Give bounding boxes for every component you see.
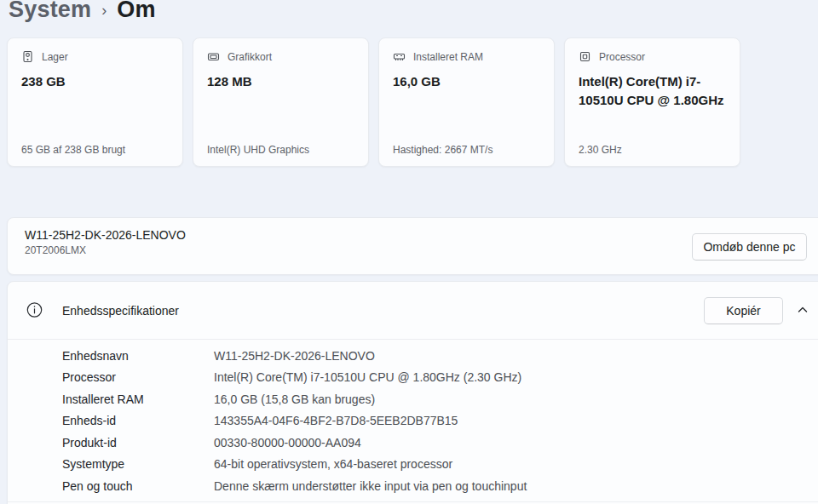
spec-value: Denne skærm understøtter ikke input via …	[214, 479, 527, 493]
spec-value: W11-25H2-DK-2026-LENOVO	[214, 349, 375, 363]
spec-label: Enheds-id	[62, 414, 214, 427]
spec-row-pen-touch: Pen og touch Denne skærm understøtter ik…	[62, 475, 810, 497]
spec-row-installed-ram: Installeret RAM 16,0 GB (15,8 GB kan bru…	[62, 388, 810, 410]
spec-label: Enhedsnavn	[62, 349, 214, 363]
cpu-icon	[579, 50, 591, 63]
storage-card-value: 238 GB	[21, 72, 169, 91]
spec-value: Intel(R) Core(TM) i7-10510U CPU @ 1.80GH…	[214, 370, 521, 384]
cpu-card: Processor Intel(R) Core(TM) i7-10510U CP…	[564, 37, 740, 167]
storage-icon	[21, 50, 34, 63]
divider	[8, 501, 818, 502]
spec-list: Enhedsnavn W11-25H2-DK-2026-LENOVO Proce…	[62, 345, 810, 497]
storage-card: Lager 238 GB 65 GB af 238 GB brugt	[7, 37, 183, 167]
spec-label: Systemtype	[62, 457, 214, 471]
spec-row-product-id: Produkt-id 00330-80000-00000-AA094	[62, 432, 810, 454]
summary-cards: Lager 238 GB 65 GB af 238 GB brugt Grafi…	[7, 37, 740, 167]
spec-label: Processor	[62, 370, 214, 384]
cpu-card-footer: 2.30 GHz	[579, 144, 726, 156]
ram-card-label: Installeret RAM	[413, 51, 483, 63]
cpu-card-value: Intel(R) Core(TM) i7-10510U CPU @ 1.80GH…	[579, 72, 726, 110]
copy-button[interactable]: Kopiér	[704, 297, 783, 324]
ram-icon	[393, 50, 406, 63]
device-name-row: W11-25H2-DK-2026-LENOVO 20T2006LMX Omdøb…	[7, 217, 818, 275]
spec-value: 16,0 GB (15,8 GB kan bruges)	[214, 392, 375, 406]
chevron-up-icon[interactable]	[797, 304, 809, 316]
spec-row-device-id: Enheds-id 143355A4-04F6-4BF2-B7D8-5EEB2D…	[62, 410, 810, 432]
spec-label: Installeret RAM	[62, 392, 214, 406]
gpu-card: Grafikkort 128 MB Intel(R) UHD Graphics	[193, 37, 369, 167]
spec-label: Pen og touch	[62, 479, 214, 493]
device-specs-panel: Enhedsspecifikationer Kopiér Enhedsnavn …	[7, 281, 818, 504]
spec-row-system-type: Systemtype 64-bit operativsystem, x64-ba…	[62, 454, 810, 476]
gpu-card-label: Grafikkort	[228, 51, 272, 63]
gpu-card-footer: Intel(R) UHD Graphics	[207, 144, 354, 156]
storage-card-footer: 65 GB af 238 GB brugt	[21, 144, 169, 156]
ram-card-value: 16,0 GB	[393, 72, 540, 91]
storage-card-label: Lager	[42, 51, 68, 63]
info-icon	[26, 301, 43, 318]
device-name: W11-25H2-DK-2026-LENOVO	[25, 228, 186, 242]
spec-row-processor: Processor Intel(R) Core(TM) i7-10510U CP…	[62, 367, 810, 389]
chevron-right-icon: ›	[101, 0, 107, 20]
breadcrumb-system[interactable]: System	[9, 0, 91, 23]
gpu-icon	[207, 50, 220, 63]
ram-card-footer: Hastighed: 2667 MT/s	[393, 144, 540, 156]
page-title: Om	[117, 0, 155, 23]
device-model: 20T2006LMX	[25, 244, 186, 256]
gpu-card-value: 128 MB	[207, 72, 354, 91]
spec-value: 64-bit operativsystem, x64-baseret proce…	[214, 457, 452, 471]
spec-row-device-name: Enhedsnavn W11-25H2-DK-2026-LENOVO	[62, 345, 810, 367]
spec-value: 143355A4-04F6-4BF2-B7D8-5EEB2DB77B15	[214, 414, 458, 427]
device-specs-expander-header[interactable]: Enhedsspecifikationer Kopiér	[8, 282, 818, 339]
ram-card: Installeret RAM 16,0 GB Hastighed: 2667 …	[378, 37, 555, 167]
spec-value: 00330-80000-00000-AA094	[214, 436, 361, 450]
device-specs-title: Enhedsspecifikationer	[62, 304, 179, 318]
breadcrumb: System › Om	[9, 0, 156, 23]
rename-pc-button[interactable]: Omdøb denne pc	[692, 233, 807, 261]
spec-label: Produkt-id	[62, 436, 214, 450]
divider	[8, 339, 818, 340]
cpu-card-label: Processor	[599, 51, 645, 63]
